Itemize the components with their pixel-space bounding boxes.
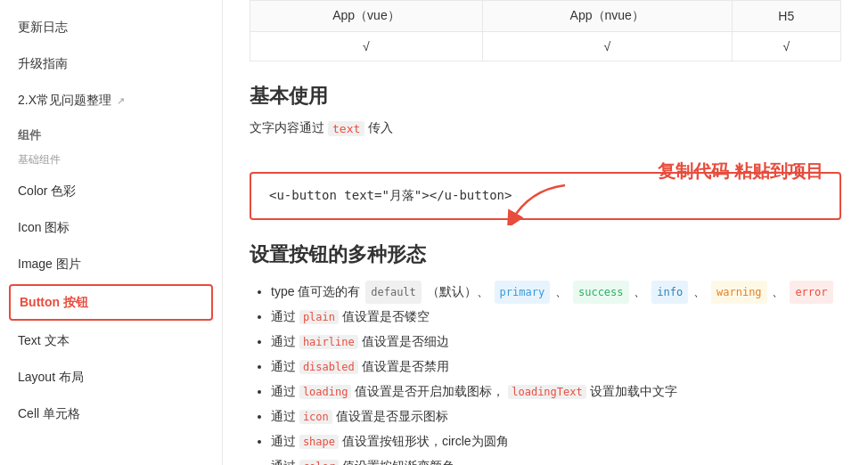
table-cell-h5: √ [732,32,840,61]
feature-list: type 值可选的有 default （默认）、 primary 、 succe… [250,279,841,465]
list-item-color: 通过 color 值设置按钮渐变颜色 [271,453,841,465]
sidebar-item-layout[interactable]: Layout 布局 [0,359,222,396]
list-item-shape: 通过 shape 值设置按钮形状，circle为圆角 [271,428,841,453]
sidebar-item-faq[interactable]: 2.X常见问题整理 ↗ [0,82,222,118]
list-item-type: type 值可选的有 default （默认）、 primary 、 succe… [271,279,841,304]
table-header-h5: H5 [732,1,840,32]
sidebar-item-icon[interactable]: Icon 图标 [0,209,222,246]
sidebar-item-color[interactable]: Color 色彩 [0,173,222,209]
badge-warning: warning [711,281,767,304]
external-link-icon: ↗ [117,95,125,106]
table-cell-app-nvue: √ [482,32,732,61]
usage-text-before: 文字内容通过 [250,120,324,136]
table-row: √ √ √ [250,32,841,61]
sidebar-section-components: 组件 [0,118,222,147]
table-header-app-nvue: App（nvue） [482,1,732,32]
code-hairline: hairline [299,335,358,349]
code-icon: icon [299,410,332,424]
sidebar-item-cell[interactable]: Cell 单元格 [0,396,222,432]
table-header-app-vue: App（vue） [250,1,483,32]
list-item-icon: 通过 icon 值设置是否显示图标 [271,404,841,428]
sidebar: 更新日志 升级指南 2.X常见问题整理 ↗ 组件 基础组件 Color 色彩 I… [0,0,223,465]
table-cell-app-vue: √ [250,32,483,61]
usage-inline-code: text [328,121,364,136]
compat-table: App（vue） App（nvue） H5 √ √ √ [250,0,841,61]
badge-info: info [651,281,688,304]
sidebar-item-image[interactable]: Image 图片 [0,246,222,282]
usage-description: 文字内容通过 text 传入 [250,120,841,136]
sidebar-sub-basic-components: 基础组件 [0,147,222,173]
sidebar-item-upgrade-guide[interactable]: 升级指南 [0,45,222,82]
sidebar-item-update-log[interactable]: 更新日志 [0,9,222,45]
code-loading-text: loadingText [508,385,585,399]
list-item-hairline: 通过 hairline 值设置是否细边 [271,329,841,354]
code-disabled: disabled [299,360,358,374]
code-loading: loading [299,385,352,399]
code-shape: shape [299,435,339,449]
sidebar-item-button[interactable]: Button 按钮 [9,284,213,321]
badge-error: error [790,281,832,304]
code-section: 复制代码 粘贴到项目 <u-button text="月落"></u-butto… [250,172,841,220]
sidebar-item-text[interactable]: Text 文本 [0,322,222,359]
list-item-loading: 通过 loading 值设置是否开启加载图标， loadingText 设置加载… [271,379,841,404]
list-item-plain: 通过 plain 值设置是否镂空 [271,304,841,329]
main-content: App（vue） App（nvue） H5 √ √ √ 基本使用 文字内容通过 … [223,0,868,465]
badge-success: success [573,281,629,304]
copy-annotation-text: 复制代码 粘贴到项目 [658,159,823,184]
basic-usage-title: 基本使用 [250,83,841,110]
badge-primary: primary [495,281,551,304]
badge-default: default [365,281,422,304]
forms-title: 设置按钮的多种形态 [250,241,841,268]
code-plain: plain [299,310,339,324]
usage-text-after: 传入 [368,120,393,136]
code-color: color [299,460,339,465]
list-item-disabled: 通过 disabled 值设置是否禁用 [271,354,841,379]
annotation-arrow [503,181,574,225]
